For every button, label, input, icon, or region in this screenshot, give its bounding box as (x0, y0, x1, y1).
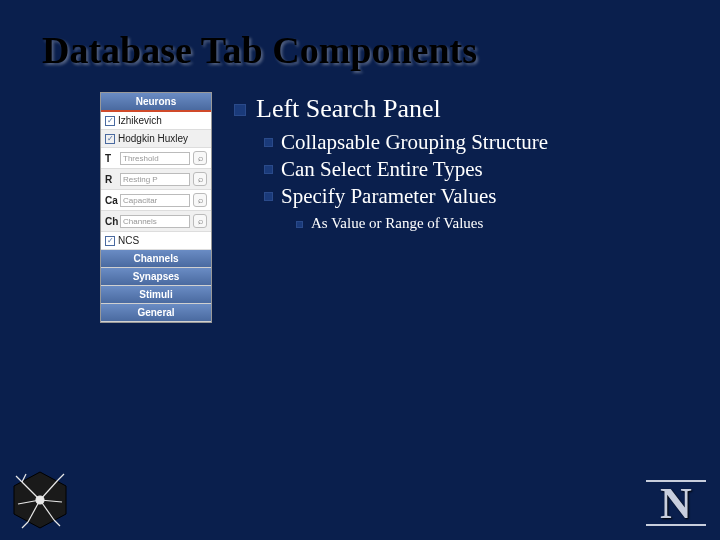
param-threshold: T Threshold ⌕ (101, 148, 211, 169)
param-channels: Ch Channels ⌕ (101, 211, 211, 232)
slide-content: Neurons ✓ Izhikevich ✓ Hodgkin Huxley T … (0, 72, 720, 323)
search-icon: ⌕ (193, 214, 207, 228)
checkbox-icon: ✓ (105, 236, 115, 246)
section-general: General (101, 304, 211, 322)
param-field: Capacitar (120, 194, 190, 207)
section-channels: Channels (101, 250, 211, 268)
section-neurons: Neurons (101, 93, 211, 112)
param-label: Ch (105, 216, 117, 227)
search-icon: ⌕ (193, 172, 207, 186)
param-label: R (105, 174, 117, 185)
bullet-text: As Value or Range of Values (311, 215, 483, 232)
param-field: Channels (120, 215, 190, 228)
item-label: Hodgkin Huxley (118, 133, 207, 144)
bullet-icon (296, 221, 303, 228)
param-capacitance: Ca Capacitar ⌕ (101, 190, 211, 211)
bullet-icon (264, 165, 273, 174)
item-hodgkin: ✓ Hodgkin Huxley (101, 130, 211, 148)
item-label: NCS (118, 235, 207, 246)
bullet-icon (264, 192, 273, 201)
slide-title: Database Tab Components (0, 0, 720, 72)
bullet-text: Collapsable Grouping Structure (281, 130, 548, 155)
bullet-level2: Can Select Entire Types (264, 157, 720, 182)
bullet-level3: As Value or Range of Values (296, 215, 720, 232)
section-stimuli: Stimuli (101, 286, 211, 304)
svg-line-10 (58, 474, 64, 480)
bullet-level2: Collapsable Grouping Structure (264, 130, 720, 155)
param-resting: R Resting P ⌕ (101, 169, 211, 190)
svg-line-8 (16, 476, 22, 482)
checkbox-icon: ✓ (105, 134, 115, 144)
bullet-text: Left Search Panel (256, 94, 441, 124)
bullet-text: Can Select Entire Types (281, 157, 483, 182)
nevada-logo-icon: N (646, 476, 706, 530)
svg-line-12 (22, 522, 28, 528)
param-label: T (105, 153, 117, 164)
param-field: Threshold (120, 152, 190, 165)
search-panel: Neurons ✓ Izhikevich ✓ Hodgkin Huxley T … (100, 92, 212, 323)
bullet-level1: Left Search Panel (234, 94, 720, 124)
bullet-level2: Specify Parameter Values (264, 184, 720, 209)
bullet-icon (234, 104, 246, 116)
bullet-icon (264, 138, 273, 147)
search-icon: ⌕ (193, 151, 207, 165)
search-icon: ⌕ (193, 193, 207, 207)
svg-line-11 (54, 520, 60, 526)
item-ncs: ✓ NCS (101, 232, 211, 250)
item-label: Izhikevich (118, 115, 207, 126)
section-synapses: Synapses (101, 268, 211, 286)
bullet-list: Left Search Panel Collapsable Grouping S… (234, 92, 720, 323)
param-field: Resting P (120, 173, 190, 186)
bullet-text: Specify Parameter Values (281, 184, 496, 209)
neuron-logo-icon (8, 468, 72, 532)
param-label: Ca (105, 195, 117, 206)
checkbox-icon: ✓ (105, 116, 115, 126)
item-izhikevich: ✓ Izhikevich (101, 112, 211, 130)
